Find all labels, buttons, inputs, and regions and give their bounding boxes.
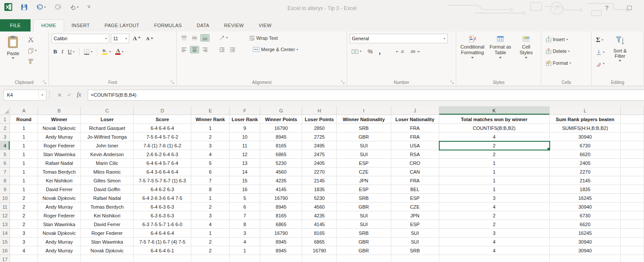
cell-A6[interactable]: 1: [10, 159, 38, 168]
cell-E12[interactable]: 3: [191, 211, 230, 220]
cell-F17[interactable]: [230, 255, 260, 262]
cell-F12[interactable]: 7: [230, 211, 260, 220]
cell-K10[interactable]: 3: [439, 194, 550, 203]
cell-H3[interactable]: 2725: [302, 133, 337, 141]
row-header-5[interactable]: 5: [0, 150, 10, 159]
cell-D16[interactable]: 6-4 6-4 6-1: [134, 246, 191, 255]
font-color-dropdown-icon[interactable]: [122, 51, 124, 52]
cell-A9[interactable]: 1: [10, 185, 38, 194]
format-painter-button[interactable]: [26, 57, 38, 66]
format-as-table-dropdown-icon[interactable]: [499, 57, 502, 59]
cell-H9[interactable]: 1835: [302, 185, 337, 194]
cell-C11[interactable]: Tomas Berdych: [81, 203, 134, 211]
cell-G11[interactable]: 8945: [260, 203, 302, 211]
cell-I11[interactable]: GBR: [337, 203, 391, 211]
cell-I4[interactable]: SUI: [337, 141, 391, 150]
tab-view[interactable]: VIEW: [251, 20, 279, 31]
cell-G14[interactable]: 16790: [260, 229, 302, 238]
cell-H7[interactable]: 2270: [302, 168, 337, 176]
tab-page-layout[interactable]: PAGE LAYOUT: [97, 20, 147, 31]
cell-D5[interactable]: 2-6 6-2 6-4 6-3: [134, 150, 191, 159]
cell-C15[interactable]: Stan Wawrinka: [81, 238, 134, 246]
cell-A12[interactable]: 2: [10, 211, 38, 220]
row-header-9[interactable]: 9: [0, 185, 10, 194]
cell-J16[interactable]: SRB: [391, 246, 439, 255]
cell-G10[interactable]: 16790: [260, 194, 302, 203]
tab-file[interactable]: FILE: [0, 19, 31, 31]
cell-clipped-2[interactable]: [621, 124, 644, 133]
column-header-H[interactable]: H: [302, 106, 337, 115]
cell-I6[interactable]: ESP: [337, 159, 391, 168]
cell-G17[interactable]: [260, 255, 302, 262]
cell-F10[interactable]: 5: [230, 194, 260, 203]
row-header-7[interactable]: 7: [0, 168, 10, 176]
cell-K3[interactable]: 4: [439, 133, 550, 141]
cell-F14[interactable]: 3: [230, 229, 260, 238]
cell-F4[interactable]: 11: [230, 141, 260, 150]
cell-H17[interactable]: [302, 255, 337, 262]
column-header-A[interactable]: A: [10, 106, 38, 115]
cell-B11[interactable]: Andy Murray: [38, 203, 81, 211]
row-header-4[interactable]: 4: [0, 141, 10, 150]
cell-E8[interactable]: 7: [191, 176, 230, 185]
cancel-button[interactable]: ✕: [57, 92, 62, 98]
column-header-B[interactable]: B: [38, 106, 81, 115]
cell-F6[interactable]: 13: [230, 159, 260, 168]
cell-C12[interactable]: Kei Nishikori: [81, 211, 134, 220]
cell-E14[interactable]: 1: [191, 229, 230, 238]
cell-I1[interactable]: Winner Nationality: [337, 115, 391, 124]
cell-F1[interactable]: Loser Rank: [230, 115, 260, 124]
cell-G3[interactable]: 8945: [260, 133, 302, 141]
cell-I8[interactable]: JPN: [337, 176, 391, 185]
cell-D12[interactable]: 6-3 6-3 6-3: [134, 211, 191, 220]
cell-B12[interactable]: Roger Federer: [38, 211, 81, 220]
cell-K4[interactable]: 2: [439, 141, 550, 150]
cell-clipped-7[interactable]: [621, 168, 644, 176]
cell-H11[interactable]: 4560: [302, 203, 337, 211]
insert-function-button[interactable]: fx: [77, 91, 81, 98]
cell-H5[interactable]: 2475: [302, 150, 337, 159]
cell-D10[interactable]: 6-4 2-6 3-6 6-4 7-5: [134, 194, 191, 203]
cell-F16[interactable]: 1: [230, 246, 260, 255]
cell-H13[interactable]: 4145: [302, 220, 337, 229]
column-header-F[interactable]: F: [230, 106, 260, 115]
cell-styles-dropdown-icon[interactable]: [525, 57, 527, 59]
cell-H8[interactable]: 2145: [302, 176, 337, 185]
cell-J9[interactable]: BEL: [391, 185, 439, 194]
row-header-14[interactable]: 14: [0, 229, 10, 238]
cell-L12[interactable]: 6730: [550, 211, 621, 220]
row-header-6[interactable]: 6: [0, 159, 10, 168]
decrease-indent-button[interactable]: [217, 46, 227, 53]
fill-button[interactable]: [594, 48, 606, 56]
borders-dropdown-icon[interactable]: [91, 51, 93, 52]
tab-data[interactable]: DATA: [189, 20, 217, 31]
cell-H15[interactable]: 6865: [302, 238, 337, 246]
wrap-text-button[interactable]: Wrap Text: [247, 34, 279, 42]
enter-button[interactable]: ✓: [67, 92, 72, 98]
cell-A1[interactable]: Round: [10, 115, 38, 124]
delete-cells-button[interactable]: Delete: [544, 47, 589, 56]
cell-K2[interactable]: COUNTIFS(B:B,B2): [439, 124, 550, 133]
row-header-10[interactable]: 10: [0, 194, 10, 203]
cell-L14[interactable]: 16245: [550, 229, 621, 238]
cell-A4[interactable]: 1: [10, 141, 38, 150]
cell-clipped-5[interactable]: [621, 150, 644, 159]
cell-G8[interactable]: 4235: [260, 176, 302, 185]
cell-F2[interactable]: 9: [230, 124, 260, 133]
cell-B4[interactable]: Roger Federer: [38, 141, 81, 150]
cell-J5[interactable]: RSA: [391, 150, 439, 159]
cell-K12[interactable]: 2: [439, 211, 550, 220]
cell-A14[interactable]: 3: [10, 229, 38, 238]
cell-F7[interactable]: 14: [230, 168, 260, 176]
cell-C2[interactable]: Richard Gasquet: [81, 124, 134, 133]
clear-button[interactable]: [594, 59, 606, 68]
cell-C6[interactable]: Marin Cilic: [81, 159, 134, 168]
cell-clipped-17[interactable]: [621, 255, 644, 262]
cell-H2[interactable]: 2850: [302, 124, 337, 133]
cell-E7[interactable]: 6: [191, 168, 230, 176]
insert-cells-button[interactable]: Insert: [544, 35, 589, 44]
cell-J12[interactable]: JPN: [391, 211, 439, 220]
cell-G1[interactable]: Winner Points: [260, 115, 302, 124]
cell-J14[interactable]: SUI: [391, 229, 439, 238]
cell-F15[interactable]: 4: [230, 238, 260, 246]
